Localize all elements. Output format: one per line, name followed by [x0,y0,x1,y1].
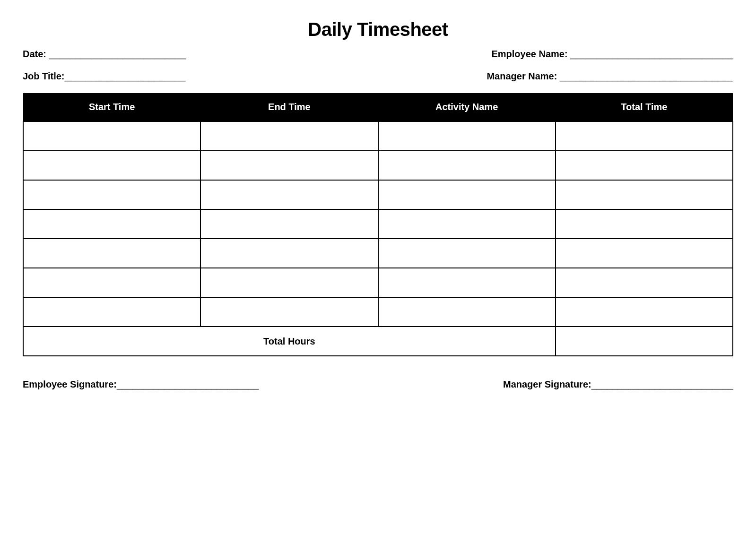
table-row [23,121,733,151]
cell-total-time[interactable] [556,121,733,151]
cell-activity-name[interactable] [378,121,556,151]
cell-activity-name[interactable] [378,239,556,268]
cell-end-time[interactable] [200,151,378,180]
cell-end-time[interactable] [200,268,378,297]
cell-total-time[interactable] [556,239,733,268]
job-title-label: Job Title: [23,71,65,81]
header-total-time: Total Time [556,93,733,121]
employee-name-blank[interactable]: _______________________________ [568,49,733,59]
table-row [23,239,733,268]
table-row [23,268,733,297]
total-hours-label: Total Hours [23,327,556,356]
employee-name-field: Employee Name: _________________________… [491,49,733,60]
cell-total-time[interactable] [556,268,733,297]
cell-total-time[interactable] [556,151,733,180]
cell-total-time[interactable] [556,180,733,209]
manager-name-field: Manager Name: __________________________… [487,71,733,82]
cell-start-time[interactable] [23,151,200,180]
date-field: Date: __________________________ [23,49,186,60]
cell-start-time[interactable] [23,239,200,268]
cell-end-time[interactable] [200,209,378,239]
table-total-row: Total Hours [23,327,733,356]
manager-name-blank[interactable]: _________________________________ [557,71,733,81]
cell-end-time[interactable] [200,121,378,151]
table-row [23,297,733,327]
employee-signature-field: Employee Signature:_____________________… [23,379,259,390]
cell-total-time[interactable] [556,297,733,327]
header-activity-name: Activity Name [378,93,556,121]
table-row [23,180,733,209]
job-title-field: Job Title:_______________________ [23,71,185,82]
info-row-2: Job Title:_______________________ Manage… [23,71,733,82]
date-label: Date: [23,49,46,59]
cell-end-time[interactable] [200,297,378,327]
header-end-time: End Time [200,93,378,121]
cell-activity-name[interactable] [378,180,556,209]
info-row-1: Date: __________________________ Employe… [23,49,733,60]
cell-start-time[interactable] [23,121,200,151]
cell-end-time[interactable] [200,239,378,268]
cell-start-time[interactable] [23,268,200,297]
employee-signature-label: Employee Signature: [23,379,117,389]
table-row [23,151,733,180]
cell-end-time[interactable] [200,180,378,209]
signatures-row: Employee Signature:_____________________… [23,379,733,390]
manager-name-label: Manager Name: [487,71,557,81]
cell-activity-name[interactable] [378,151,556,180]
timesheet-table: Start Time End Time Activity Name Total … [23,93,733,356]
employee-signature-blank[interactable]: ___________________________ [117,379,259,389]
table-row [23,209,733,239]
cell-start-time[interactable] [23,209,200,239]
cell-total-hours[interactable] [556,327,733,356]
cell-activity-name[interactable] [378,209,556,239]
manager-signature-blank[interactable]: ___________________________ [591,379,733,389]
manager-signature-label: Manager Signature: [503,379,591,389]
cell-start-time[interactable] [23,180,200,209]
date-blank[interactable]: __________________________ [46,49,186,59]
cell-activity-name[interactable] [378,297,556,327]
employee-name-label: Employee Name: [491,49,567,59]
cell-start-time[interactable] [23,297,200,327]
cell-total-time[interactable] [556,209,733,239]
header-start-time: Start Time [23,93,200,121]
manager-signature-field: Manager Signature:______________________… [503,379,733,390]
job-title-blank[interactable]: _______________________ [65,71,186,81]
cell-activity-name[interactable] [378,268,556,297]
page-title: Daily Timesheet [23,19,733,40]
table-header-row: Start Time End Time Activity Name Total … [23,93,733,121]
